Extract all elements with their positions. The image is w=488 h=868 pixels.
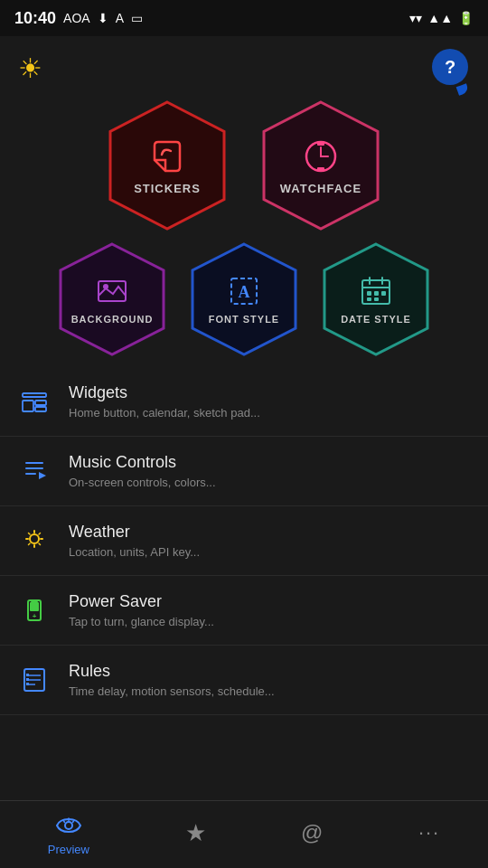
svg-rect-7 (317, 142, 324, 146)
svg-line-38 (29, 533, 31, 535)
font-style-label: FONT STYLE (209, 314, 279, 325)
music-text: Music Controls On-screen controls, color… (69, 453, 470, 489)
status-right: ▾▾ ▲▲ 🔋 (409, 11, 474, 25)
bottom-nav: Preview ★ @ ··· (0, 800, 488, 868)
weather-subtitle: Location, units, API key... (69, 545, 470, 559)
status-bar: 10:40 AOA ⬇ A ▭ ▾▾ ▲▲ 🔋 (0, 0, 488, 36)
nav-at[interactable]: @ (301, 820, 323, 849)
aoa-label: AOA (63, 11, 90, 25)
a-label: A (116, 11, 124, 25)
svg-line-41 (29, 543, 31, 545)
background-label: BACKGROUND (71, 314, 154, 325)
status-time: 10:40 (14, 9, 56, 28)
list-item-rules[interactable]: Rules Time delay, motion sensors, schedu… (0, 646, 488, 715)
list-section: Widgets Home button, calendar, sketch pa… (0, 367, 488, 720)
date-icon (359, 274, 393, 308)
hex-row-1: STICKERS WATCHFACE (0, 98, 488, 233)
help-button[interactable]: ? (430, 47, 470, 90)
svg-text:?: ? (445, 57, 455, 77)
svg-rect-52 (26, 683, 29, 685)
font-style-button[interactable]: A FONT STYLE (185, 241, 303, 358)
svg-rect-23 (367, 297, 371, 301)
rules-text: Rules Time delay, motion sensors, schedu… (69, 662, 470, 698)
signal-icon: ▲▲ (427, 11, 453, 25)
music-icon (18, 455, 51, 487)
svg-rect-51 (26, 678, 29, 681)
download-icon: ⬇ (98, 11, 108, 25)
battery-icon: 🔋 (458, 11, 474, 25)
widgets-title: Widgets (69, 383, 470, 402)
power-saver-icon: + (18, 594, 51, 627)
svg-text:+: + (33, 612, 37, 620)
svg-marker-32 (39, 472, 46, 479)
hex-row-2: BACKGROUND A FONT STYLE (0, 241, 488, 358)
stickers-button[interactable]: STICKERS (99, 98, 235, 233)
date-style-label: DATE STYLE (341, 314, 411, 325)
svg-rect-24 (374, 297, 379, 301)
svg-rect-8 (317, 167, 324, 171)
font-icon: A (227, 274, 261, 308)
list-item-weather[interactable]: Weather Location, units, API key... (0, 506, 488, 576)
at-icon: @ (301, 820, 323, 845)
date-style-button[interactable]: DATE STYLE (317, 241, 435, 358)
weather-icon (18, 524, 51, 557)
widgets-icon (18, 385, 51, 418)
preview-icon (56, 814, 81, 839)
list-item-widgets[interactable]: Widgets Home button, calendar, sketch pa… (0, 367, 488, 437)
status-left: 10:40 AOA ⬇ A ▭ (14, 9, 143, 28)
svg-rect-28 (35, 407, 46, 411)
list-item-music[interactable]: Music Controls On-screen controls, color… (0, 437, 488, 506)
power-saver-title: Power Saver (69, 592, 470, 611)
nav-favorites[interactable]: ★ (185, 819, 206, 851)
star-icon: ★ (185, 819, 206, 847)
nav-preview[interactable]: Preview (48, 814, 89, 856)
svg-rect-26 (23, 401, 33, 411)
widgets-text: Widgets Home button, calendar, sketch pa… (69, 383, 470, 420)
nav-more[interactable]: ··· (418, 821, 440, 848)
preview-label: Preview (48, 843, 89, 856)
more-icon: ··· (418, 821, 440, 844)
watchface-button[interactable]: WATCHFACE (253, 98, 389, 233)
rules-icon (18, 664, 51, 696)
rules-subtitle: Time delay, motion sensors, schedule... (69, 684, 470, 698)
svg-rect-22 (381, 291, 386, 296)
svg-rect-20 (367, 291, 371, 296)
background-icon (95, 274, 129, 308)
list-item-power-saver[interactable]: + Power Saver Tap to turn, glance displa… (0, 576, 488, 646)
power-saver-subtitle: Tap to turn, glance display... (69, 615, 470, 628)
help-icon-svg: ? (430, 47, 470, 87)
weather-text: Weather Location, units, API key... (69, 523, 470, 559)
background-button[interactable]: BACKGROUND (53, 241, 171, 358)
svg-rect-27 (35, 401, 46, 405)
svg-line-40 (39, 533, 41, 535)
stickers-icon (147, 137, 187, 176)
svg-rect-50 (26, 674, 29, 676)
screen-icon: ▭ (131, 11, 143, 25)
music-subtitle: On-screen controls, colors... (69, 476, 470, 489)
widgets-subtitle: Home button, calendar, sketch pad... (69, 406, 470, 420)
svg-point-33 (30, 534, 39, 543)
weather-title: Weather (69, 523, 470, 542)
svg-rect-43 (30, 602, 39, 611)
stickers-label: STICKERS (134, 182, 201, 195)
svg-text:A: A (238, 283, 249, 301)
svg-point-11 (103, 284, 108, 289)
wifi-icon: ▾▾ (409, 11, 422, 25)
svg-rect-44 (31, 599, 38, 602)
svg-rect-25 (23, 393, 46, 397)
watchface-label: WATCHFACE (280, 182, 361, 195)
svg-line-39 (39, 543, 41, 545)
music-title: Music Controls (69, 453, 470, 472)
rules-title: Rules (69, 662, 470, 681)
watchface-icon (301, 137, 341, 176)
svg-rect-21 (374, 291, 379, 296)
sun-icon: ☀ (18, 52, 51, 85)
svg-point-53 (65, 822, 72, 829)
top-row: ☀ ? (0, 36, 488, 98)
power-saver-text: Power Saver Tap to turn, glance display.… (69, 592, 470, 628)
